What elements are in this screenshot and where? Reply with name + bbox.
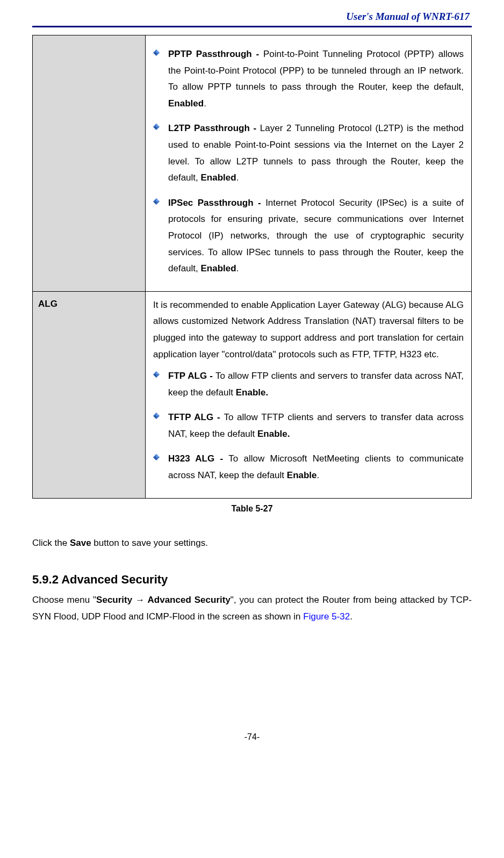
diamond-bullet-icon bbox=[153, 454, 160, 460]
item-title: PPTP Passthrough - bbox=[168, 49, 263, 59]
arrow-icon: → bbox=[132, 595, 147, 605]
row-label bbox=[33, 35, 146, 292]
item-title: H323 ALG - bbox=[168, 453, 228, 464]
item-text: PPTP Passthrough - Point-to-Point Tunnel… bbox=[168, 46, 464, 112]
list-item: IPSec Passthrough - Internet Protocol Se… bbox=[153, 195, 464, 277]
svg-marker-14 bbox=[153, 416, 156, 419]
text: . bbox=[350, 611, 352, 622]
svg-marker-8 bbox=[153, 201, 156, 205]
svg-marker-17 bbox=[153, 457, 156, 460]
svg-marker-13 bbox=[156, 413, 160, 416]
item-desc: Internet Protocol Security (IPSec) is a … bbox=[168, 198, 464, 273]
diamond-bullet-icon bbox=[153, 198, 160, 205]
list-item: H323 ALG - To allow Microsoft NetMeeting… bbox=[153, 451, 464, 484]
item-bold: Enable. bbox=[236, 387, 268, 398]
item-title: IPSec Passthrough - bbox=[168, 198, 265, 208]
table-row: ALG It is recommended to enable Applicat… bbox=[33, 291, 472, 498]
item-post: . bbox=[204, 98, 206, 109]
figure-link[interactable]: Figure 5-32 bbox=[303, 611, 350, 622]
menu-name: Security bbox=[96, 595, 132, 605]
item-text: IPSec Passthrough - Internet Protocol Se… bbox=[168, 195, 464, 277]
list-item: TFTP ALG - To allow TFTP clients and ser… bbox=[153, 409, 464, 442]
item-bold: Enabled bbox=[201, 172, 236, 183]
list-item: L2TP Passthrough - Layer 2 Tunneling Pro… bbox=[153, 120, 464, 186]
item-bold: Enabled bbox=[168, 98, 204, 109]
row-content: PPTP Passthrough - Point-to-Point Tunnel… bbox=[146, 35, 472, 292]
item-title: TFTP ALG - bbox=[168, 412, 224, 422]
feature-table: PPTP Passthrough - Point-to-Point Tunnel… bbox=[32, 35, 472, 499]
save-label: Save bbox=[70, 538, 91, 548]
table-row: PPTP Passthrough - Point-to-Point Tunnel… bbox=[33, 35, 472, 292]
item-post: . bbox=[236, 263, 239, 273]
svg-marker-7 bbox=[156, 198, 160, 201]
diamond-bullet-icon bbox=[153, 371, 160, 378]
item-title: L2TP Passthrough - bbox=[168, 123, 260, 133]
text: Choose menu " bbox=[32, 595, 96, 605]
item-post: . bbox=[236, 172, 239, 183]
svg-marker-5 bbox=[153, 127, 156, 130]
item-bold: Enable. bbox=[257, 429, 290, 439]
header-rule bbox=[32, 26, 472, 27]
item-title: FTP ALG - bbox=[168, 371, 215, 381]
item-post: . bbox=[317, 470, 320, 480]
row-content: It is recommended to enable Application … bbox=[146, 291, 472, 498]
list-item: FTP ALG - To allow FTP clients and serve… bbox=[153, 368, 464, 401]
item-text: L2TP Passthrough - Layer 2 Tunneling Pro… bbox=[168, 120, 464, 186]
svg-marker-10 bbox=[156, 371, 160, 374]
row-label: ALG bbox=[33, 291, 146, 498]
intro-paragraph: It is recommended to enable Application … bbox=[153, 297, 464, 363]
navigation-instruction: Choose menu "Security → Advanced Securit… bbox=[32, 592, 472, 625]
item-bold: Enabled bbox=[201, 263, 236, 273]
section-heading: 5.9.2 Advanced Security bbox=[32, 573, 472, 587]
item-text: H323 ALG - To allow Microsoft NetMeeting… bbox=[168, 451, 464, 484]
page-number: -74- bbox=[32, 732, 472, 742]
text: Click the bbox=[32, 538, 70, 548]
list-item: PPTP Passthrough - Point-to-Point Tunnel… bbox=[153, 46, 464, 112]
svg-marker-2 bbox=[153, 53, 156, 56]
page-header: User's Manual of WNRT-617 bbox=[32, 11, 472, 26]
item-bold: Enable bbox=[287, 470, 317, 480]
table-caption: Table 5-27 bbox=[32, 504, 472, 514]
diamond-bullet-icon bbox=[153, 124, 160, 130]
save-instruction: Click the Save button to save your setti… bbox=[32, 535, 472, 552]
diamond-bullet-icon bbox=[153, 49, 160, 56]
item-text: FTP ALG - To allow FTP clients and serve… bbox=[168, 368, 464, 401]
svg-marker-4 bbox=[156, 124, 160, 127]
svg-marker-11 bbox=[153, 374, 156, 378]
text: button to save your settings. bbox=[91, 538, 208, 548]
item-text: TFTP ALG - To allow TFTP clients and ser… bbox=[168, 409, 464, 442]
submenu-name: Advanced Security bbox=[148, 595, 231, 605]
diamond-bullet-icon bbox=[153, 413, 160, 419]
svg-marker-1 bbox=[156, 49, 160, 53]
svg-marker-16 bbox=[156, 454, 160, 457]
